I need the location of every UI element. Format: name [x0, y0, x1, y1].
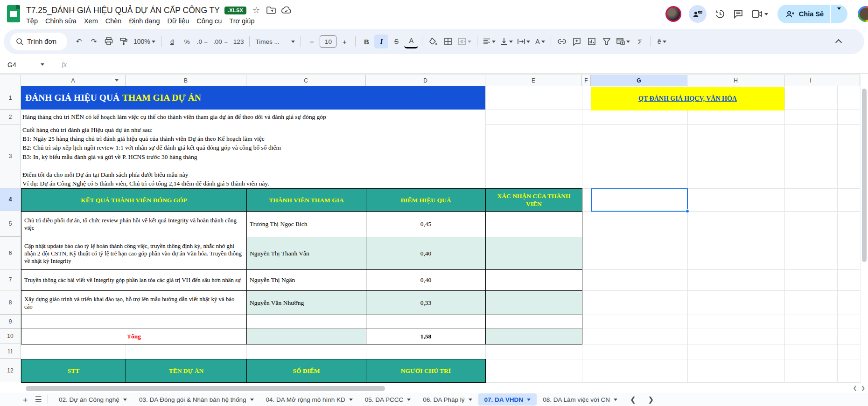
cloud-status-icon[interactable] [281, 5, 291, 15]
font-select[interactable]: Times ... [253, 34, 297, 48]
cell-total-value[interactable]: 1,58 [366, 329, 486, 344]
tab-scroll-left-icon[interactable]: ❮ [630, 395, 636, 404]
column-header-a[interactable]: A [21, 75, 126, 86]
menu-file[interactable]: Tệp [22, 16, 42, 26]
table2-header-score[interactable]: SỐ ĐIỂM [247, 359, 366, 383]
tab-dropdown-icon[interactable] [250, 399, 254, 401]
row-header-2[interactable]: 2 [0, 110, 21, 124]
row-header-4[interactable]: 4 [0, 188, 21, 211]
cell-confirm-3[interactable] [486, 270, 582, 291]
cell-note-row2[interactable]: Hàng tháng chủ trì NÊN có kế hoạch làm v… [22, 110, 578, 124]
create-filter-button[interactable] [600, 34, 614, 48]
tab-dropdown-icon[interactable] [614, 399, 617, 401]
cell-result-1[interactable]: Chủ trì điều phối dự án, tổ chức review … [21, 212, 247, 237]
menu-insert[interactable]: Chèn [102, 16, 126, 26]
document-title[interactable]: T7.25_ĐÁNH GIÁ HIỆU QUẢ DỰ ÁN CẤP CÔNG T… [26, 6, 220, 15]
insert-chart-button[interactable] [585, 34, 599, 48]
table1-header-result[interactable]: KẾT QUẢ THÀNH VIÊN ĐÓNG GÓP [21, 189, 247, 212]
cell-total-confirm[interactable] [486, 329, 582, 344]
bold-button[interactable]: B [359, 34, 373, 48]
cell-member-2[interactable]: Nguyễn Thị Thanh Vân [247, 237, 366, 270]
undo-button[interactable]: ↶ [72, 34, 86, 48]
table2-header-stt[interactable]: STT [21, 359, 126, 383]
tab-scroll-right-icon[interactable]: ❯ [648, 395, 654, 404]
row-header-12[interactable]: 12 [0, 359, 21, 382]
table-views-button[interactable] [615, 34, 632, 48]
column-header-h[interactable]: H [687, 75, 784, 86]
cell-member-1[interactable]: Trương Thị Ngọc Bích [247, 212, 366, 237]
column-header-d[interactable]: D [366, 75, 485, 86]
input-tools-button[interactable]: ê [655, 34, 669, 48]
cell-total-label[interactable]: Tổng [21, 329, 247, 344]
cell-result-5[interactable] [21, 315, 247, 329]
sheet-tab-04[interactable]: 04. DA Mở rộng mô hình KD [260, 393, 359, 406]
tab-dropdown-icon[interactable] [527, 399, 531, 401]
increase-decimal-button[interactable]: .00→ [211, 34, 231, 48]
sheet-tab-07-active[interactable]: 07. DA VHDN [478, 393, 537, 406]
sheet-tab-02[interactable]: 02. Dự án Công nghệ [53, 393, 133, 406]
fill-color-button[interactable] [426, 34, 440, 48]
row-header-6[interactable]: 6 [0, 237, 21, 269]
cell-member-4[interactable]: Nguyễn Văn Nhưỡng [247, 291, 366, 315]
merge-cells-button[interactable] [456, 34, 473, 48]
add-sheet-button[interactable]: ＋ [19, 394, 32, 405]
column-header-f[interactable]: F [582, 75, 591, 86]
link-banner-text[interactable]: QT ĐÁNH GIÁ HQCV, VĂN HÓA [638, 95, 737, 103]
vertical-align-button[interactable] [498, 34, 515, 48]
row-header-3[interactable]: 3 [0, 124, 21, 188]
column-header-c[interactable]: C [246, 75, 366, 86]
percent-format-button[interactable]: % [180, 34, 194, 48]
row-header-11[interactable]: 11 [0, 344, 21, 359]
menu-format[interactable]: Định dạng [125, 16, 163, 26]
meet-camera-button[interactable] [751, 9, 768, 19]
cell-confirm-5[interactable] [486, 315, 582, 329]
account-avatar[interactable] [858, 6, 868, 22]
tab-dropdown-icon[interactable] [407, 399, 411, 401]
tab-dropdown-icon[interactable] [123, 399, 127, 401]
vertical-scrollbar[interactable] [860, 75, 868, 384]
print-button[interactable] [102, 34, 116, 48]
column-header-e[interactable]: E [485, 75, 582, 86]
cell-total-member[interactable] [247, 329, 366, 344]
name-box[interactable]: G4 [0, 61, 49, 69]
sheet-tab-06[interactable]: 06. DA Pháp lý [417, 393, 478, 406]
fill-handle[interactable] [686, 209, 689, 213]
sheets-logo-icon[interactable] [7, 5, 20, 22]
redo-button[interactable]: ↷ [87, 34, 101, 48]
italic-button[interactable]: I [374, 34, 388, 48]
horizontal-scrollbar[interactable]: ❮ ❯ [0, 384, 868, 393]
cell-score-3[interactable]: 0,40 [366, 270, 486, 291]
sheet-tab-08[interactable]: 08. DA Làm việc với CN [537, 393, 623, 406]
formula-input[interactable] [67, 56, 868, 73]
cell-note-row3[interactable]: Cuối háng chủ trì đánh giá Hiệu quả dự á… [22, 125, 578, 188]
table2-header-project[interactable]: TÊN DỰ ÁN [126, 359, 247, 383]
table2-header-lead[interactable]: NGƯỜI CHỦ TRÌ [366, 359, 486, 383]
tab-dropdown-icon[interactable] [349, 399, 353, 401]
version-history-icon[interactable] [714, 8, 725, 20]
row-header-10[interactable]: 10 [0, 329, 21, 344]
borders-button[interactable] [441, 34, 455, 48]
cell-banner-title[interactable]: ĐÁNH GIÁ HIỆU QUẢ THAM GIA DỰ ÁN [21, 86, 485, 110]
star-icon[interactable]: ☆ [251, 5, 261, 15]
menu-edit[interactable]: Chỉnh sửa [42, 16, 80, 26]
search-menus-button[interactable]: Trình đơn [10, 33, 67, 50]
move-folder-icon[interactable] [266, 5, 276, 15]
insert-comment-button[interactable] [570, 34, 584, 48]
cell-result-3[interactable]: Truyền thông các bài viết về Integrity g… [21, 270, 247, 291]
cell-member-5[interactable] [247, 315, 366, 329]
table1-header-member[interactable]: THÀNH VIÊN THAM GIA [247, 189, 366, 212]
menu-view[interactable]: Xem [80, 16, 102, 26]
tab-dropdown-icon[interactable] [469, 399, 472, 401]
text-color-button[interactable]: A [404, 34, 418, 48]
functions-button[interactable]: Σ [633, 34, 647, 48]
cell-member-3[interactable]: Nguyễn Thị Ngân [247, 270, 366, 291]
cell-confirm-1[interactable] [486, 212, 582, 237]
currency-format-button[interactable]: đ [165, 34, 179, 48]
cell-result-4[interactable]: Xây dựng giáo trình và triển khai đào tạ… [21, 291, 247, 315]
sheet-tab-03[interactable]: 03. DA Đóng gói & Nhân bản hệ thống [133, 393, 260, 406]
insert-link-button[interactable] [555, 34, 569, 48]
cell-link-banner[interactable]: QT ĐÁNH GIÁ HQCV, VĂN HÓA [591, 87, 784, 110]
camera-dropdown-caret[interactable] [764, 13, 768, 15]
comments-icon[interactable] [733, 8, 744, 20]
select-all-corner[interactable] [0, 75, 21, 86]
